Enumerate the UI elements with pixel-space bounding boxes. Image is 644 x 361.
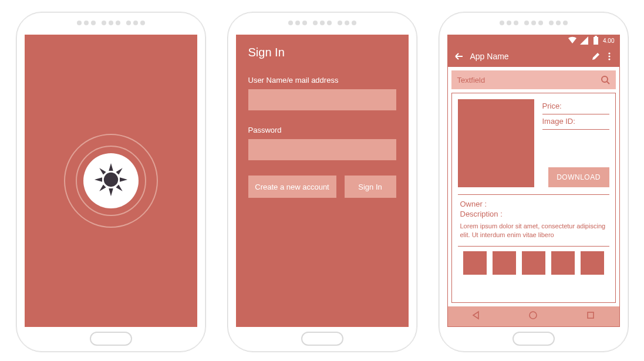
speaker-dots xyxy=(228,21,417,25)
thumbnail[interactable] xyxy=(493,251,516,275)
create-account-button[interactable]: Create a new account xyxy=(248,176,336,198)
signal-icon xyxy=(579,36,589,45)
svg-marker-8 xyxy=(116,184,122,191)
battery-icon xyxy=(591,36,601,45)
price-label: Price: xyxy=(542,99,609,114)
splash-screen xyxy=(25,35,197,327)
svg-marker-9 xyxy=(580,36,588,45)
username-label: User Name/e mail address xyxy=(248,76,396,85)
overflow-menu-icon[interactable] xyxy=(608,52,613,61)
home-button[interactable] xyxy=(301,332,343,346)
content-card: Price: Image ID: DOWNLOAD Owner : Descri… xyxy=(451,93,616,303)
owner-label: Owner : xyxy=(460,200,609,208)
thumbnail[interactable] xyxy=(463,251,487,275)
search-icon[interactable] xyxy=(601,75,610,85)
back-arrow-icon[interactable] xyxy=(454,52,463,61)
speaker-dots xyxy=(16,21,205,25)
svg-marker-5 xyxy=(99,168,106,174)
home-button[interactable] xyxy=(512,332,555,346)
svg-marker-4 xyxy=(120,177,127,182)
android-nav-bar xyxy=(448,306,619,326)
svg-marker-2 xyxy=(109,188,113,196)
logo-ring-outer xyxy=(64,134,158,228)
status-bar: 4.00 xyxy=(448,35,619,46)
detail-screen: 4.00 App Name Textfield xyxy=(447,35,620,327)
nav-back-icon[interactable] xyxy=(471,311,481,322)
logo-disc xyxy=(83,153,139,208)
signin-screen: Sign In User Name/e mail address Passwor… xyxy=(236,35,409,327)
signin-button-row: Create a new account Sign In xyxy=(248,176,396,198)
nav-recent-icon[interactable] xyxy=(586,311,595,322)
thumbnail-row xyxy=(458,246,609,275)
svg-marker-3 xyxy=(94,177,102,182)
thumbnail[interactable] xyxy=(581,251,604,275)
svg-point-0 xyxy=(103,173,117,187)
svg-point-13 xyxy=(608,55,610,57)
svg-marker-17 xyxy=(473,312,478,319)
nav-home-icon[interactable] xyxy=(528,311,538,322)
svg-point-15 xyxy=(602,76,608,82)
app-title: App Name xyxy=(470,52,509,61)
search-placeholder: Textfield xyxy=(457,76,485,85)
svg-line-16 xyxy=(607,82,609,84)
logo-ring-inner xyxy=(76,146,146,216)
main-image-placeholder xyxy=(458,99,534,187)
svg-point-14 xyxy=(608,58,610,60)
svg-point-18 xyxy=(530,312,537,319)
thumbnail[interactable] xyxy=(551,251,575,275)
wifi-icon xyxy=(568,36,577,45)
svg-marker-1 xyxy=(109,163,113,171)
svg-marker-6 xyxy=(116,168,122,174)
download-button[interactable]: DOWNLOAD xyxy=(548,167,609,187)
imageid-label: Image ID: xyxy=(542,114,609,130)
speaker-dots xyxy=(439,21,628,25)
edit-pencil-icon[interactable] xyxy=(591,52,601,61)
svg-point-12 xyxy=(608,52,610,54)
password-label: Password xyxy=(248,126,396,134)
svg-rect-10 xyxy=(594,37,598,45)
password-input[interactable] xyxy=(248,139,396,160)
sun-icon xyxy=(93,162,129,200)
svg-marker-7 xyxy=(99,184,106,191)
home-button[interactable] xyxy=(90,332,132,346)
username-input[interactable] xyxy=(248,89,396,110)
svg-rect-19 xyxy=(588,312,594,318)
status-time: 4.00 xyxy=(603,38,614,44)
svg-rect-11 xyxy=(595,36,597,37)
signin-button[interactable]: Sign In xyxy=(345,176,396,198)
description-label: Description : xyxy=(460,210,609,218)
phone-frame-splash xyxy=(16,12,206,352)
phone-frame-detail: 4.00 App Name Textfield xyxy=(439,12,629,352)
search-bar[interactable]: Textfield xyxy=(451,70,616,89)
app-bar: App Name xyxy=(448,46,619,67)
phone-frame-signin: Sign In User Name/e mail address Passwor… xyxy=(227,12,417,352)
description-text: Lorem ipsum dolor sit amet, consectetur … xyxy=(460,222,609,240)
signin-title: Sign In xyxy=(248,46,396,59)
thumbnail[interactable] xyxy=(522,251,545,275)
